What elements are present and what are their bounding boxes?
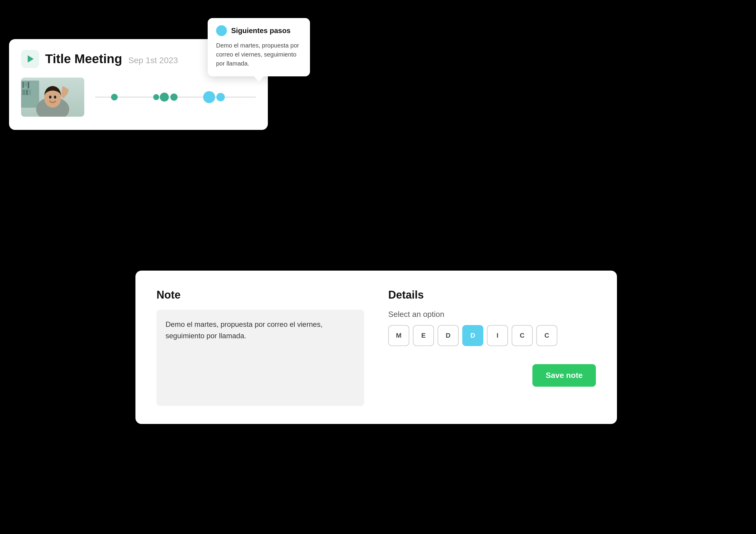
option-buttons-group: M E D D I C C [388,325,596,346]
video-thumbnail[interactable] [21,78,84,117]
svg-rect-5 [22,89,25,95]
note-section: Note Demo el martes, propuesta por corre… [156,289,364,406]
option-btn-C1[interactable]: C [512,325,533,346]
select-option-label: Select an option [388,310,596,319]
details-section: Details Select an option M E D D I C C S… [388,289,596,406]
option-btn-D1[interactable]: D [438,325,459,346]
note-section-title: Note [156,289,364,301]
tooltip-header: Siguientes pasos [216,25,302,36]
note-text: Demo el martes, propuesta por correo el … [166,319,355,342]
option-btn-E[interactable]: E [413,325,434,346]
option-btn-M[interactable]: M [388,325,409,346]
svg-rect-2 [22,82,24,88]
tooltip-body: Demo el martes, propuesta por correo el … [216,41,302,68]
option-btn-C2[interactable]: C [536,325,557,346]
svg-rect-3 [25,82,27,86]
option-btn-D2-selected[interactable]: D [462,325,483,346]
option-btn-I[interactable]: I [487,325,508,346]
meeting-title: Title Meeting [45,52,122,66]
save-note-button[interactable]: Save note [532,364,596,387]
svg-point-10 [49,96,51,99]
bottom-panel: Note Demo el martes, propuesta por corre… [135,270,617,424]
tooltip-box: Siguientes pasos Demo el martes, propues… [208,18,310,76]
meeting-title-group: Title Meeting Sep 1st 2023 [45,52,178,66]
svg-rect-4 [28,82,29,89]
waveform-bubble-2 [153,94,159,100]
waveform-bubble-1 [111,94,118,100]
details-section-title: Details [388,289,596,301]
svg-rect-7 [29,89,31,95]
play-icon-wrap[interactable] [21,50,39,68]
waveform-bubble-3 [160,92,169,102]
waveform-bubble-5 [203,91,215,103]
tooltip-title: Siguientes pasos [231,26,290,35]
meeting-date: Sep 1st 2023 [128,56,178,65]
next-steps-dot [216,25,227,36]
play-icon [28,55,34,63]
note-textarea-area[interactable]: Demo el martes, propuesta por correo el … [156,310,364,406]
waveform-track [95,88,256,106]
waveform-bubble-6 [216,93,225,101]
waveform-bubble-4 [170,93,177,101]
svg-point-11 [54,96,56,99]
svg-rect-6 [26,89,28,95]
card-body [21,78,256,117]
